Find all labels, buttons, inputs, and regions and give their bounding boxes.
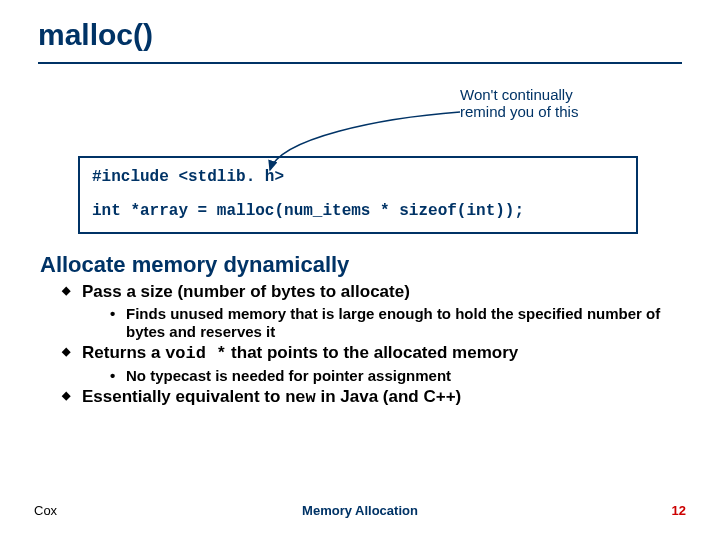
body-content: Allocate memory dynamically Pass a size … <box>40 252 684 411</box>
sub-bullet-list-2: No typecast is needed for pointer assign… <box>110 367 684 385</box>
code-blank-line <box>92 186 624 202</box>
bullet-equivalent-new: Essentially equivalent to new in Java (a… <box>62 387 684 409</box>
slide: malloc() Won't continually remind you of… <box>0 0 720 540</box>
bullet-new-pre: Essentially equivalent to <box>82 387 285 406</box>
bullet-new-post: in Java (and C++) <box>316 387 462 406</box>
footer-title: Memory Allocation <box>0 503 720 518</box>
bullet-new-code: new <box>285 388 316 407</box>
callout-text: Won't continually remind you of this <box>460 86 578 121</box>
code-box: #include <stdlib. h> int *array = malloc… <box>78 156 638 234</box>
title-underline <box>38 62 682 64</box>
sub-bullet-finds-memory: Finds unused memory that is large enough… <box>110 305 684 342</box>
bullet-returns-voidptr: Returns a void * that points to the allo… <box>62 343 684 385</box>
bullet-pass-size-text: Pass a size (number of bytes to allocate… <box>82 282 410 301</box>
bullet-list: Pass a size (number of bytes to allocate… <box>62 282 684 409</box>
sub-bullet-no-typecast: No typecast is needed for pointer assign… <box>110 367 684 385</box>
bullet-returns-post: that points to the allocated memory <box>226 343 518 362</box>
footer-page-number: 12 <box>672 503 686 518</box>
slide-title: malloc() <box>38 18 153 52</box>
bullet-pass-size: Pass a size (number of bytes to allocate… <box>62 282 684 341</box>
code-line-malloc: int *array = malloc(num_items * sizeof(i… <box>92 202 624 220</box>
bullet-returns-code: void * <box>165 344 226 363</box>
sub-bullet-list: Finds unused memory that is large enough… <box>110 305 684 342</box>
callout-line1: Won't continually <box>460 86 573 103</box>
code-line-include: #include <stdlib. h> <box>92 168 624 186</box>
section-heading: Allocate memory dynamically <box>40 252 684 278</box>
bullet-returns-pre: Returns a <box>82 343 165 362</box>
callout-line2: remind you of this <box>460 103 578 120</box>
